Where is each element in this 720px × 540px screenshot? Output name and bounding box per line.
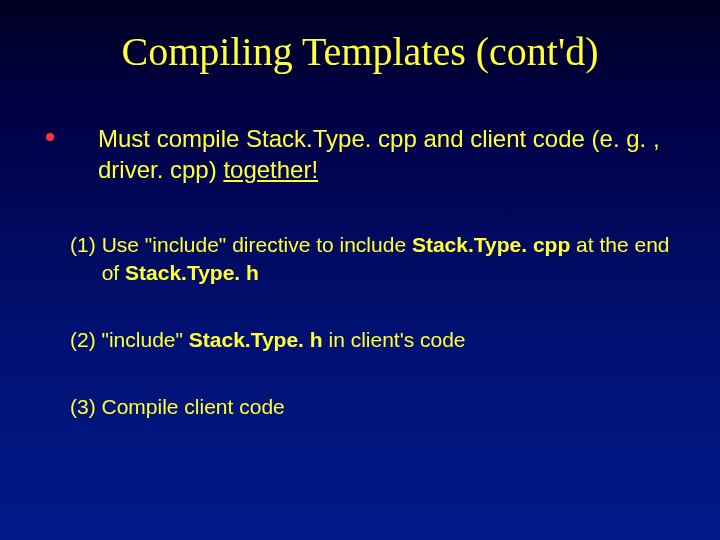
main-bullet: Must compile Stack.Type. cpp and client … [40, 123, 680, 185]
sub1-marker: (1) [70, 231, 96, 286]
main-text-pre: Must compile Stack.Type. cpp and client … [98, 125, 660, 183]
sub-item-3: (3) Compile client code [70, 393, 680, 420]
sub2-t1: (2) "include" [70, 328, 189, 351]
sub2-t2: in client's code [323, 328, 466, 351]
sub-item-2: (2) "include" Stack.Type. h in client's … [70, 326, 680, 353]
main-bullet-text: Must compile Stack.Type. cpp and client … [98, 123, 680, 185]
sub2-b1: Stack.Type. h [189, 328, 323, 351]
main-text-underline: together! [223, 156, 318, 183]
slide: Compiling Templates (cont'd) Must compil… [0, 0, 720, 540]
bullet-icon [46, 133, 54, 141]
slide-title: Compiling Templates (cont'd) [40, 28, 680, 75]
sub1-content: Use "include" directive to include Stack… [102, 231, 680, 286]
sub3-t1: (3) Compile client code [70, 395, 285, 418]
sub1-b2: Stack.Type. h [125, 261, 259, 284]
sub1-b1: Stack.Type. cpp [412, 233, 570, 256]
sub-list: (1) Use "include" directive to include S… [70, 231, 680, 420]
sub-item-1: (1) Use "include" directive to include S… [70, 231, 680, 286]
sub1-t1: Use "include" directive to include [102, 233, 412, 256]
